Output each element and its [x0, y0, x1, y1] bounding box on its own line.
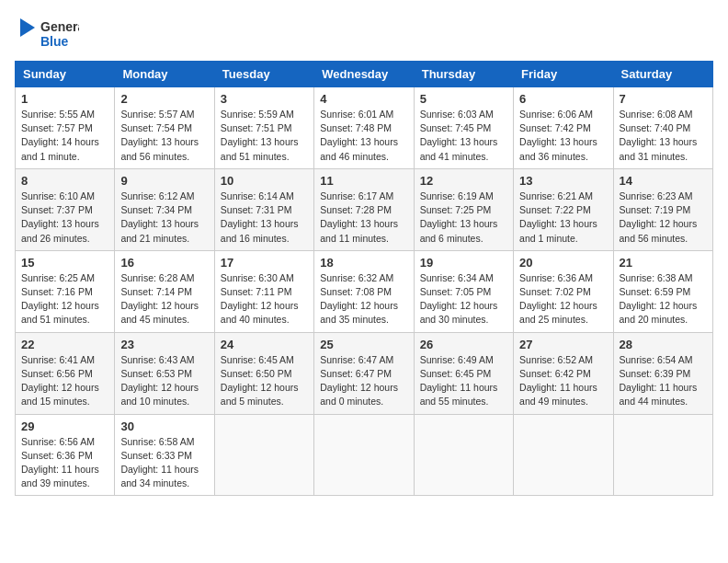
calendar-cell: 24Sunrise: 6:45 AM Sunset: 6:50 PM Dayli… — [214, 332, 313, 414]
day-number: 16 — [120, 256, 208, 270]
calendar-cell: 28Sunrise: 6:54 AM Sunset: 6:39 PM Dayli… — [613, 332, 712, 414]
calendar-cell — [214, 414, 313, 496]
calendar-cell: 1Sunrise: 5:55 AM Sunset: 7:57 PM Daylig… — [16, 87, 115, 169]
logo-svg: GeneralBlue — [15, 15, 79, 53]
day-number: 18 — [320, 256, 407, 270]
day-info: Sunrise: 6:56 AM Sunset: 6:36 PM Dayligh… — [21, 435, 108, 491]
calendar-week-3: 15Sunrise: 6:25 AM Sunset: 7:16 PM Dayli… — [16, 250, 713, 332]
day-number: 8 — [21, 174, 108, 188]
day-number: 5 — [420, 92, 507, 106]
day-info: Sunrise: 6:47 AM Sunset: 6:47 PM Dayligh… — [320, 353, 407, 409]
day-number: 24 — [221, 338, 308, 351]
day-number: 9 — [120, 174, 208, 188]
day-info: Sunrise: 6:28 AM Sunset: 7:14 PM Dayligh… — [120, 271, 208, 327]
col-header-tuesday: Tuesday — [214, 62, 313, 87]
day-number: 30 — [120, 419, 208, 433]
day-number: 10 — [221, 174, 308, 188]
calendar-cell — [414, 414, 513, 496]
calendar-cell — [613, 414, 712, 496]
day-number: 21 — [620, 256, 707, 270]
calendar-cell: 3Sunrise: 5:59 AM Sunset: 7:51 PM Daylig… — [214, 87, 313, 169]
day-info: Sunrise: 5:57 AM Sunset: 7:54 PM Dayligh… — [120, 108, 208, 164]
col-header-saturday: Saturday — [613, 62, 712, 87]
calendar-cell: 19Sunrise: 6:34 AM Sunset: 7:05 PM Dayli… — [414, 250, 513, 332]
calendar-cell: 8Sunrise: 6:10 AM Sunset: 7:37 PM Daylig… — [16, 168, 115, 250]
day-number: 2 — [120, 92, 208, 106]
day-number: 29 — [21, 419, 108, 433]
day-info: Sunrise: 6:58 AM Sunset: 6:33 PM Dayligh… — [120, 435, 208, 491]
calendar-header-row: SundayMondayTuesdayWednesdayThursdayFrid… — [16, 62, 713, 87]
day-number: 25 — [320, 338, 407, 351]
day-number: 1 — [21, 92, 108, 106]
col-header-monday: Monday — [115, 62, 214, 87]
calendar-cell: 15Sunrise: 6:25 AM Sunset: 7:16 PM Dayli… — [16, 250, 115, 332]
day-number: 22 — [21, 338, 108, 351]
calendar-cell: 4Sunrise: 6:01 AM Sunset: 7:48 PM Daylig… — [314, 87, 414, 169]
calendar-cell: 6Sunrise: 6:06 AM Sunset: 7:42 PM Daylig… — [514, 87, 613, 169]
col-header-sunday: Sunday — [16, 62, 115, 87]
day-number: 23 — [120, 338, 208, 351]
calendar-cell: 12Sunrise: 6:19 AM Sunset: 7:25 PM Dayli… — [414, 168, 513, 250]
day-number: 26 — [420, 338, 507, 351]
calendar-cell: 29Sunrise: 6:56 AM Sunset: 6:36 PM Dayli… — [16, 414, 115, 496]
day-info: Sunrise: 6:38 AM Sunset: 6:59 PM Dayligh… — [620, 271, 707, 327]
calendar-cell: 21Sunrise: 6:38 AM Sunset: 6:59 PM Dayli… — [613, 250, 712, 332]
calendar-cell: 17Sunrise: 6:30 AM Sunset: 7:11 PM Dayli… — [214, 250, 313, 332]
day-info: Sunrise: 6:10 AM Sunset: 7:37 PM Dayligh… — [21, 190, 108, 246]
calendar-cell: 2Sunrise: 5:57 AM Sunset: 7:54 PM Daylig… — [115, 87, 214, 169]
calendar-cell: 13Sunrise: 6:21 AM Sunset: 7:22 PM Dayli… — [514, 168, 613, 250]
calendar-week-5: 29Sunrise: 6:56 AM Sunset: 6:36 PM Dayli… — [16, 414, 713, 496]
day-info: Sunrise: 6:14 AM Sunset: 7:31 PM Dayligh… — [221, 190, 308, 246]
day-number: 14 — [620, 174, 707, 188]
day-info: Sunrise: 6:34 AM Sunset: 7:05 PM Dayligh… — [420, 271, 507, 327]
day-info: Sunrise: 5:59 AM Sunset: 7:51 PM Dayligh… — [221, 108, 308, 164]
calendar-cell: 20Sunrise: 6:36 AM Sunset: 7:02 PM Dayli… — [514, 250, 613, 332]
calendar-cell: 22Sunrise: 6:41 AM Sunset: 6:56 PM Dayli… — [16, 332, 115, 414]
day-number: 13 — [519, 174, 607, 188]
calendar-cell: 11Sunrise: 6:17 AM Sunset: 7:28 PM Dayli… — [314, 168, 414, 250]
day-info: Sunrise: 6:41 AM Sunset: 6:56 PM Dayligh… — [21, 353, 108, 409]
day-number: 12 — [420, 174, 507, 188]
day-info: Sunrise: 6:19 AM Sunset: 7:25 PM Dayligh… — [420, 190, 507, 246]
calendar-cell: 26Sunrise: 6:49 AM Sunset: 6:45 PM Dayli… — [414, 332, 513, 414]
day-number: 15 — [21, 256, 108, 270]
day-number: 11 — [320, 174, 407, 188]
day-info: Sunrise: 6:52 AM Sunset: 6:42 PM Dayligh… — [519, 353, 607, 409]
day-info: Sunrise: 6:03 AM Sunset: 7:45 PM Dayligh… — [420, 108, 507, 164]
day-number: 7 — [620, 92, 707, 106]
day-info: Sunrise: 6:21 AM Sunset: 7:22 PM Dayligh… — [519, 190, 607, 246]
day-number: 28 — [620, 338, 707, 351]
svg-marker-0 — [20, 18, 35, 37]
day-info: Sunrise: 6:43 AM Sunset: 6:53 PM Dayligh… — [120, 353, 208, 409]
day-number: 20 — [519, 256, 607, 270]
calendar-cell: 5Sunrise: 6:03 AM Sunset: 7:45 PM Daylig… — [414, 87, 513, 169]
calendar-week-4: 22Sunrise: 6:41 AM Sunset: 6:56 PM Dayli… — [16, 332, 713, 414]
day-info: Sunrise: 6:45 AM Sunset: 6:50 PM Dayligh… — [221, 353, 308, 409]
svg-text:General: General — [40, 19, 79, 34]
calendar-cell: 14Sunrise: 6:23 AM Sunset: 7:19 PM Dayli… — [613, 168, 712, 250]
day-number: 3 — [221, 92, 308, 106]
day-number: 4 — [320, 92, 407, 106]
page-header: GeneralBlue — [15, 15, 713, 53]
logo: GeneralBlue — [15, 15, 79, 53]
svg-text:Blue: Blue — [40, 34, 69, 49]
day-info: Sunrise: 6:49 AM Sunset: 6:45 PM Dayligh… — [420, 353, 507, 409]
day-number: 17 — [221, 256, 308, 270]
day-info: Sunrise: 6:36 AM Sunset: 7:02 PM Dayligh… — [519, 271, 607, 327]
day-number: 6 — [519, 92, 607, 106]
col-header-friday: Friday — [514, 62, 613, 87]
calendar-week-2: 8Sunrise: 6:10 AM Sunset: 7:37 PM Daylig… — [16, 168, 713, 250]
col-header-thursday: Thursday — [414, 62, 513, 87]
day-info: Sunrise: 6:12 AM Sunset: 7:34 PM Dayligh… — [120, 190, 208, 246]
calendar-cell — [314, 414, 414, 496]
calendar-cell: 18Sunrise: 6:32 AM Sunset: 7:08 PM Dayli… — [314, 250, 414, 332]
day-info: Sunrise: 6:06 AM Sunset: 7:42 PM Dayligh… — [519, 108, 607, 164]
calendar-cell: 7Sunrise: 6:08 AM Sunset: 7:40 PM Daylig… — [613, 87, 712, 169]
calendar-week-1: 1Sunrise: 5:55 AM Sunset: 7:57 PM Daylig… — [16, 87, 713, 169]
calendar-cell: 16Sunrise: 6:28 AM Sunset: 7:14 PM Dayli… — [115, 250, 214, 332]
col-header-wednesday: Wednesday — [314, 62, 414, 87]
calendar-cell: 30Sunrise: 6:58 AM Sunset: 6:33 PM Dayli… — [115, 414, 214, 496]
calendar-cell: 27Sunrise: 6:52 AM Sunset: 6:42 PM Dayli… — [514, 332, 613, 414]
day-info: Sunrise: 6:23 AM Sunset: 7:19 PM Dayligh… — [620, 190, 707, 246]
day-info: Sunrise: 6:08 AM Sunset: 7:40 PM Dayligh… — [620, 108, 707, 164]
